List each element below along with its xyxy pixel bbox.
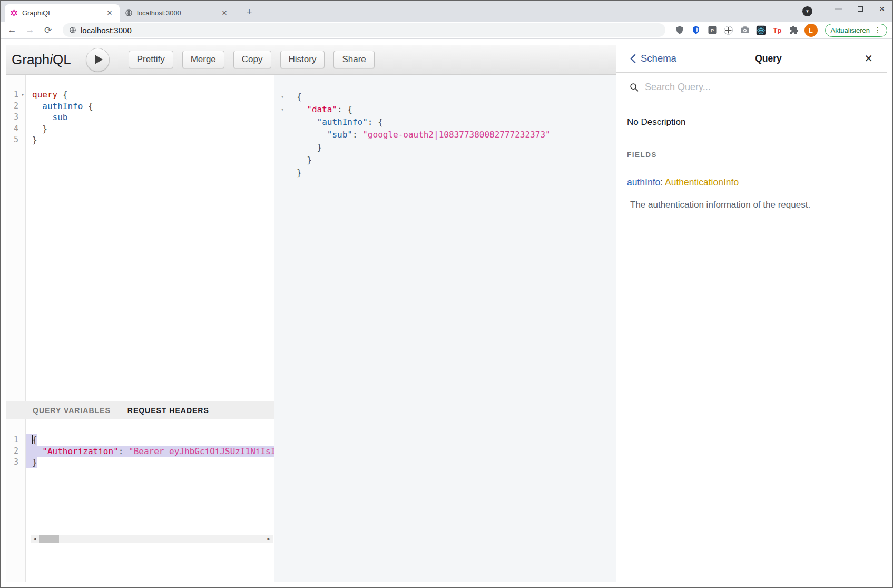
window-close-button[interactable]: ✕ [879, 5, 885, 13]
doc-explorer-panel: Schema Query ✕ No Description FIELDS aut… [616, 45, 887, 582]
tampermonkey-icon[interactable]: Tp [772, 24, 783, 36]
doc-close-icon[interactable]: ✕ [860, 53, 873, 64]
tab-divider [237, 8, 237, 17]
share-button[interactable]: Share [333, 51, 374, 68]
tab-title: GraphiQL [22, 9, 105, 17]
tab-strip: GraphiQL ✕ localhost:3000 ✕ + ▼ — ✕ [1, 1, 892, 22]
ublock-shield-icon[interactable] [674, 24, 685, 36]
editor-column: 1▾query {2 authInfo {3 sub4 }5} QUERY VA… [6, 75, 274, 582]
play-icon [95, 55, 103, 64]
doc-no-description: No Description [627, 117, 876, 128]
tab-close-icon[interactable]: ✕ [220, 8, 229, 18]
doc-explorer-header: Schema Query ✕ [616, 45, 887, 73]
doc-back-label: Schema [641, 53, 676, 64]
history-button[interactable]: History [280, 51, 325, 68]
doc-fields-heading: FIELDS [627, 151, 876, 165]
window-minimize-button[interactable]: — [835, 5, 842, 13]
graphiql-logo: GraphiQL [12, 52, 71, 68]
tab-search-button[interactable]: ▼ [802, 6, 812, 16]
field-name-link[interactable]: authInfo [627, 177, 660, 188]
move-dial-icon[interactable] [723, 24, 734, 36]
field-separator: : [660, 177, 663, 188]
svg-text:P: P [710, 27, 714, 33]
search-icon [630, 83, 639, 92]
new-tab-button[interactable]: + [242, 6, 256, 19]
graphiql-favicon-icon [10, 9, 18, 17]
extensions-puzzle-icon[interactable] [788, 24, 800, 36]
browser-toolbar: ← → ⟳ localhost:3000 P [1, 22, 892, 39]
extensions-row: P Tp L [674, 24, 818, 37]
doc-search-row [616, 73, 887, 102]
field-type-link[interactable]: AuthenticationInfo [665, 177, 739, 188]
browser-window: GraphiQL ✕ localhost:3000 ✕ + ▼ — ✕ ← → … [0, 0, 893, 588]
back-button[interactable]: ← [6, 25, 18, 35]
update-button-label: Aktualisieren [831, 26, 870, 34]
doc-search-input[interactable] [645, 82, 876, 93]
reload-button[interactable]: ⟳ [42, 25, 54, 36]
scrollbar-track[interactable] [39, 535, 264, 543]
execute-query-button[interactable] [86, 48, 110, 72]
doc-body: No Description FIELDS authInfo: Authenti… [616, 102, 887, 210]
window-maximize-button[interactable] [858, 6, 863, 12]
query-editor[interactable]: 1▾query {2 authInfo {3 sub4 }5} [6, 75, 274, 401]
chrome-update-button[interactable]: Aktualisieren ⋮ [825, 24, 887, 37]
globe-icon [125, 9, 133, 17]
bitwarden-shield-icon[interactable] [690, 24, 702, 36]
tab-title: localhost:3000 [137, 9, 220, 17]
tab-localhost[interactable]: localhost:3000 ✕ [120, 4, 234, 22]
merge-button[interactable]: Merge [182, 51, 224, 68]
scroll-right-icon[interactable]: ► [264, 535, 273, 543]
secondary-editor-tabs: QUERY VARIABLES REQUEST HEADERS [6, 401, 274, 419]
profile-avatar[interactable]: L [804, 24, 818, 37]
copy-button[interactable]: Copy [233, 51, 271, 68]
doc-back-link[interactable]: Schema [630, 53, 676, 64]
scroll-left-icon[interactable]: ◄ [31, 535, 39, 543]
result-viewer[interactable]: ▾{▾ "data": { "authInfo": { "sub": "goog… [274, 75, 616, 582]
request-headers-editor[interactable]: ◄ ► 1{2 "Authorization": "Bearer eyJhbGc… [6, 419, 274, 582]
scrollbar-thumb[interactable] [39, 535, 59, 543]
tab-request-headers[interactable]: REQUEST HEADERS [127, 406, 209, 415]
p-badge-icon[interactable]: P [706, 24, 718, 36]
tab-query-variables[interactable]: QUERY VARIABLES [33, 406, 111, 415]
url-text: localhost:3000 [81, 26, 132, 35]
graphiql-container: GraphiQL Prettify Merge Copy History Sha… [6, 45, 887, 582]
horizontal-scrollbar[interactable]: ◄ ► [31, 535, 273, 543]
graphiql-topbar: GraphiQL Prettify Merge Copy History Sha… [6, 45, 616, 75]
tab-graphiql[interactable]: GraphiQL ✕ [5, 4, 120, 22]
react-devtools-icon[interactable] [755, 24, 767, 36]
chevron-left-icon [630, 54, 636, 63]
globe-icon [69, 26, 76, 34]
field-description: The authentication information of the re… [630, 200, 876, 210]
screenshot-camera-icon[interactable] [739, 24, 751, 36]
doc-title: Query [676, 53, 860, 64]
page: GraphiQL Prettify Merge Copy History Sha… [1, 39, 892, 587]
forward-button[interactable]: → [24, 25, 36, 35]
tab-close-icon[interactable]: ✕ [105, 8, 114, 18]
doc-field-row: authInfo: AuthenticationInfo [627, 177, 876, 188]
prettify-button[interactable]: Prettify [129, 51, 173, 68]
address-bar[interactable]: localhost:3000 [63, 23, 665, 37]
menu-dots-icon: ⋮ [874, 26, 881, 34]
